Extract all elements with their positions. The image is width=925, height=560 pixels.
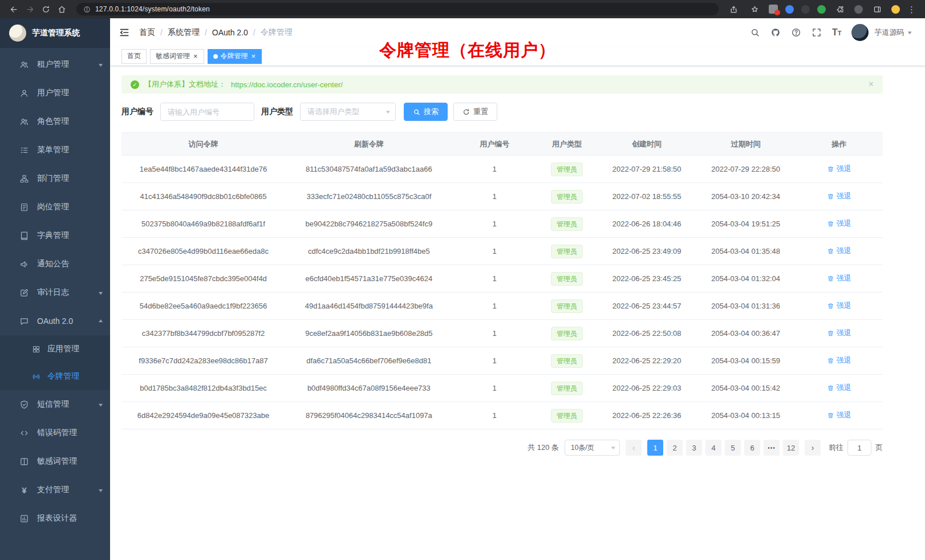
force-logout-button[interactable]: 强退 (827, 191, 851, 201)
tab-token[interactable]: 令牌管理 × (208, 49, 262, 64)
page-button-1[interactable]: 1 (647, 440, 663, 456)
browser-menu-icon[interactable]: ⋮ (907, 5, 916, 14)
menu-item-label: 菜单管理 (37, 145, 102, 155)
sidebar-item-dept[interactable]: 部门管理 (0, 164, 110, 193)
sidebar-item-post[interactable]: 岗位管理 (0, 193, 110, 221)
force-logout-button[interactable]: 强退 (827, 410, 851, 420)
breadcrumb-separator: / (253, 28, 255, 37)
chevron-down-icon[interactable]: ▾ (908, 30, 912, 35)
extension-icon[interactable] (854, 5, 863, 14)
sidebar-item-user[interactable]: 用户管理 (0, 79, 110, 107)
access-token-cell: f9336e7c7dd242a283ee98dc86b17a87 (121, 347, 285, 375)
back-button[interactable] (7, 2, 21, 16)
delete-icon (827, 247, 834, 255)
doc-alert: ✓ 【用户体系】文档地址： https://doc.iocoder.cn/use… (121, 75, 883, 94)
page-button-3[interactable]: 3 (686, 440, 702, 456)
created-time-cell: 2022-07-29 21:58:50 (597, 156, 696, 183)
force-logout-button[interactable]: 强退 (827, 246, 851, 256)
sidebar-item-tenant[interactable]: 租户管理▾ (0, 50, 110, 79)
page-button-12[interactable]: 12 (783, 440, 799, 456)
page-button-4[interactable]: 4 (705, 440, 721, 456)
refresh-button[interactable] (39, 2, 52, 16)
force-logout-button[interactable]: 强退 (827, 383, 851, 393)
access-token-cell: 502375b8040a469a9b82188afdf6af1f (121, 210, 285, 238)
breadcrumb-item[interactable]: 系统管理 (168, 27, 200, 38)
fullscreen-icon[interactable] (812, 27, 822, 38)
user-icon (19, 88, 29, 98)
created-time-cell: 2022-06-25 22:26:36 (597, 402, 696, 429)
user-type-select[interactable]: 请选择用户类型 ▾ (300, 103, 396, 121)
badge-icon (19, 202, 29, 212)
code-icon (19, 428, 29, 438)
extensions-puzzle-icon[interactable] (833, 2, 847, 16)
share-icon[interactable] (727, 2, 740, 16)
app-logo[interactable]: 芋道管理系统 (0, 18, 110, 48)
reset-button[interactable]: 重置 (453, 103, 497, 121)
tree-icon (19, 174, 29, 184)
user-type-tag: 管理员 (551, 272, 583, 286)
delete-icon (827, 357, 834, 364)
force-logout-button[interactable]: 强退 (827, 355, 851, 366)
access-token-cell: c342377bf8b344799dcbf7bf095287f2 (121, 320, 285, 347)
site-info-icon[interactable] (83, 6, 91, 13)
sidebar-item-oauth2-token[interactable]: 令牌管理 (0, 363, 110, 390)
force-logout-button[interactable]: 强退 (827, 273, 851, 283)
close-tab-icon[interactable]: × (193, 52, 198, 60)
user-type-tag: 管理员 (551, 382, 583, 395)
doc-link[interactable]: https://doc.iocoder.cn/user-center/ (231, 80, 343, 89)
force-logout-button[interactable]: 强退 (827, 328, 851, 338)
page-size-select[interactable]: 10条/页 ▾ (565, 440, 620, 456)
home-button[interactable] (55, 2, 68, 16)
force-logout-button[interactable]: 强退 (827, 164, 851, 174)
sidebar-item-dict[interactable]: 字典管理 (0, 221, 110, 250)
profile-avatar[interactable] (891, 5, 900, 14)
extension-badged-icon[interactable] (769, 5, 778, 14)
sidebar-item-notice[interactable]: 通知公告 (0, 250, 110, 278)
next-page-button[interactable]: › (805, 440, 821, 456)
user-name[interactable]: 芋道源码 (874, 27, 904, 38)
more-pages-button[interactable]: ••• (764, 440, 780, 456)
sidebar-item-sensitive-word[interactable]: 敏感词管理 (0, 447, 110, 476)
sidebar-item-role[interactable]: 角色管理 (0, 107, 110, 136)
force-logout-button[interactable]: 强退 (827, 218, 851, 229)
breadcrumb-item[interactable]: OAuth 2.0 (212, 28, 248, 37)
sidebar-item-oauth2[interactable]: OAuth 2.0▾ (0, 307, 110, 335)
font-size-icon[interactable]: TT (832, 28, 842, 37)
sidebar-item-oauth2-app[interactable]: 应用管理 (0, 335, 110, 363)
page-button-2[interactable]: 2 (667, 440, 683, 456)
user-avatar[interactable] (851, 24, 869, 41)
page-button-6[interactable]: 6 (744, 440, 760, 456)
sidebar: 芋道管理系统 租户管理▾用户管理角色管理菜单管理部门管理岗位管理字典管理通知公告… (0, 18, 110, 560)
breadcrumb-item[interactable]: 首页 (139, 27, 155, 38)
prev-page-button[interactable]: ‹ (626, 440, 642, 456)
side-panel-icon[interactable] (870, 2, 884, 16)
sidebar-item-pay[interactable]: ¥支付管理▾ (0, 476, 110, 504)
bookmark-star-icon[interactable] (748, 2, 761, 16)
tab-home[interactable]: 首页 (121, 49, 147, 64)
extension-green-icon[interactable] (817, 5, 826, 14)
search-button[interactable]: 搜索 (404, 103, 448, 121)
alert-close-icon[interactable]: × (869, 80, 874, 89)
forward-button[interactable] (23, 2, 36, 16)
url-bar[interactable]: 127.0.0.1:1024/system/oauth2/token (76, 3, 719, 15)
goto-page-input[interactable] (847, 440, 871, 456)
sidebar-item-menu[interactable]: 菜单管理 (0, 136, 110, 164)
close-tab-icon[interactable]: × (251, 52, 257, 60)
sidebar-toggle-icon[interactable] (119, 27, 130, 38)
sidebar-item-audit-log[interactable]: 审计日志▾ (0, 278, 110, 307)
github-icon[interactable] (770, 27, 781, 38)
sidebar-item-error-code[interactable]: 错误码管理 (0, 419, 110, 447)
search-icon[interactable] (750, 27, 760, 38)
yen-icon: ¥ (19, 485, 29, 495)
user-id-cell: 1 (453, 238, 537, 265)
search-icon (413, 108, 420, 116)
sidebar-item-sms[interactable]: 短信管理▾ (0, 390, 110, 419)
extension-blue-icon[interactable] (785, 5, 794, 14)
tab-sensitive-word[interactable]: 敏感词管理 × (150, 49, 204, 64)
help-icon[interactable] (791, 27, 801, 38)
user-id-input[interactable] (160, 103, 254, 121)
force-logout-button[interactable]: 强退 (827, 301, 851, 311)
sidebar-item-report-designer[interactable]: 报表设计器 (0, 504, 110, 533)
page-button-5[interactable]: 5 (725, 440, 741, 456)
extension-dark-icon[interactable] (801, 5, 810, 14)
